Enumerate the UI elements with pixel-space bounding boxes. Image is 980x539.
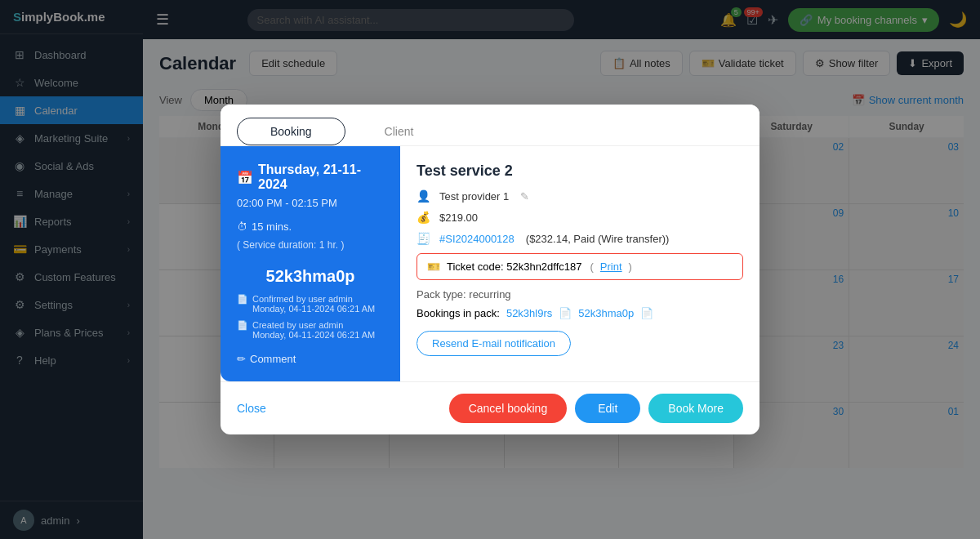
booking-time: 02:00 PM - 02:15 PM bbox=[237, 197, 384, 209]
provider-row: 👤 Test provider 1 ✎ bbox=[416, 189, 743, 203]
ticket-code-box: 🎫 Ticket code: 52k3hn2dffc187 (Print) bbox=[416, 253, 743, 280]
modal-left-panel: 📅 Thursday, 21-11-2024 02:00 PM - 02:15 … bbox=[220, 146, 400, 381]
print-link[interactable]: Print bbox=[600, 261, 622, 273]
tab-client[interactable]: Client bbox=[352, 118, 447, 145]
pack-doc-icon-1: 📄 bbox=[559, 307, 572, 319]
service-name: Test service 2 bbox=[416, 163, 743, 180]
modal-body: 📅 Thursday, 21-11-2024 02:00 PM - 02:15 … bbox=[220, 146, 760, 381]
edit-button[interactable]: Edit bbox=[575, 394, 640, 423]
provider-name: Test provider 1 bbox=[439, 190, 509, 203]
pack-booking-link-1[interactable]: 52k3hl9rs bbox=[506, 307, 552, 319]
cancel-booking-button[interactable]: Cancel booking bbox=[449, 394, 568, 423]
ticket-code-text: Ticket code: 52k3hn2dffc187 bbox=[447, 261, 582, 273]
pack-doc-icon-2: 📄 bbox=[640, 307, 653, 319]
calendar-icon: 📅 bbox=[237, 170, 253, 185]
booking-duration: ⏱ 15 mins. bbox=[237, 220, 384, 233]
invoice-row: 🧾 #SI2024000128 ($232.14, Paid (Wire tra… bbox=[416, 232, 743, 245]
doc-icon: 📄 bbox=[237, 320, 248, 331]
booking-confirmed: 📄 Confirmed by user admin Monday, 04-11-… bbox=[237, 294, 384, 314]
price-row: 💰 $219.00 bbox=[416, 211, 743, 224]
pack-type: Pack type: recurring bbox=[416, 288, 743, 301]
booking-code: 52k3hma0p bbox=[237, 267, 384, 286]
ticket-icon: 🎫 bbox=[427, 261, 440, 273]
pack-booking-link-2[interactable]: 52k3hma0p bbox=[578, 307, 634, 319]
book-more-button[interactable]: Book More bbox=[648, 394, 743, 423]
modal-footer: Close Cancel booking Edit Book More bbox=[220, 381, 760, 434]
tab-booking[interactable]: Booking bbox=[237, 118, 345, 145]
modal-tabs: Booking Client bbox=[220, 105, 760, 146]
comment-link[interactable]: ✏ Comment bbox=[237, 353, 384, 365]
bookings-in-pack-label: Bookings in pack: bbox=[416, 307, 500, 319]
bookings-in-pack: Bookings in pack: 52k3hl9rs 📄 52k3hma0p … bbox=[416, 307, 743, 319]
modal-overlay[interactable]: Booking Client 📅 Thursday, 21-11-2024 02… bbox=[0, 0, 980, 539]
comment-icon: ✏ bbox=[237, 353, 246, 365]
person-icon: 👤 bbox=[416, 189, 431, 203]
clock-icon: ⏱ bbox=[237, 220, 247, 233]
booking-modal: Booking Client 📅 Thursday, 21-11-2024 02… bbox=[220, 105, 760, 434]
booking-date: 📅 Thursday, 21-11-2024 bbox=[237, 163, 384, 192]
invoice-link[interactable]: #SI2024000128 bbox=[439, 233, 514, 245]
modal-right-panel: Test service 2 👤 Test provider 1 ✎ 💰 $21… bbox=[400, 146, 760, 381]
invoice-detail: ($232.14, Paid (Wire transfer)) bbox=[526, 233, 670, 245]
check-icon: 📄 bbox=[237, 294, 248, 305]
booking-price: $219.00 bbox=[439, 212, 478, 224]
invoice-icon: 🧾 bbox=[416, 232, 431, 245]
modal-action-buttons: Cancel booking Edit Book More bbox=[449, 394, 743, 423]
resend-email-button[interactable]: Resend E-mail notification bbox=[416, 331, 571, 356]
payment-icon: 💰 bbox=[416, 211, 431, 224]
booking-duration-note: ( Service duration: 1 hr. ) bbox=[237, 239, 384, 251]
close-button[interactable]: Close bbox=[237, 402, 266, 415]
edit-provider-icon[interactable]: ✎ bbox=[520, 190, 529, 203]
booking-created: 📄 Created by user admin Monday, 04-11-20… bbox=[237, 320, 384, 340]
